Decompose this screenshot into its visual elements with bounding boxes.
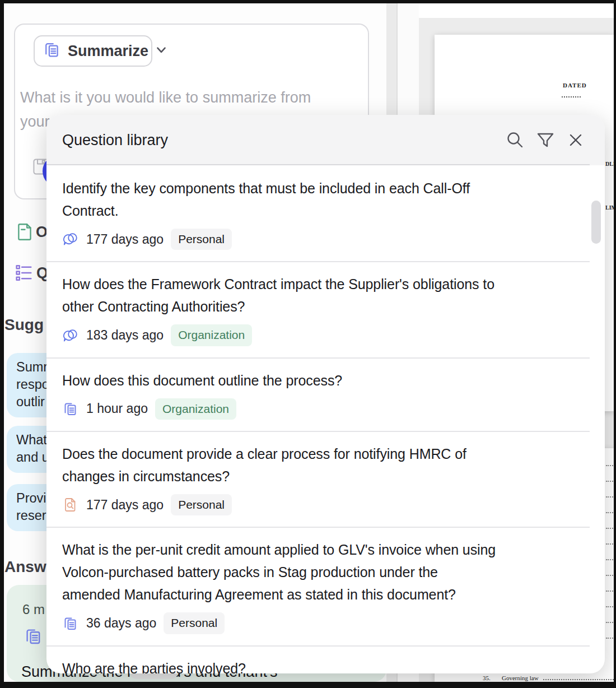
questions-list-icon [13,262,35,286]
question-meta: 177 days ago Personal [62,494,588,515]
screenshot-stage: Summarize What is it you would like to s… [0,0,616,688]
modal-title: Question library [62,132,497,149]
chat-bubbles-icon [62,327,79,344]
frame-border [0,0,616,3]
summarize-mode-dropdown[interactable]: Summarize [34,35,152,67]
question-meta: 177 days ago Personal [62,229,588,250]
frame-border [0,0,4,688]
chat-bubbles-icon [62,231,79,248]
question-row[interactable]: How does this document outline the proce… [46,357,605,431]
question-time: 183 days ago [86,328,164,343]
summarize-mode-label: Summarize [68,43,148,60]
question-library-modal: Question library Identify [46,115,605,673]
question-time: 177 days ago [86,498,164,513]
answers-heading: Answ [4,558,46,576]
question-scope-badge: Organization [171,324,252,346]
question-list: Identify the key components that must be… [46,165,605,673]
question-scope-badge: Personal [164,612,225,634]
document-review-icon [62,496,79,513]
question-time: 177 days ago [86,232,164,247]
composer-placeholder-line1: What is it you would like to summarize f… [20,86,311,110]
question-text: How does the Framework Contract impact t… [62,273,588,318]
question-time: 36 days ago [86,616,156,631]
modal-scrollbar-thumb[interactable] [591,201,601,244]
question-text: How does this document outline the proce… [62,369,588,392]
question-meta: 1 hour ago Organization [62,398,588,420]
search-button[interactable] [503,128,528,152]
question-scope-badge: Organization [155,398,236,420]
toc-item-number: 35. [483,675,502,681]
overview-document-icon [15,222,35,244]
document-dotted-line [562,96,581,97]
question-text: What is the per-unit credit amount appli… [62,538,588,606]
question-row[interactable]: What is the per-unit credit amount appli… [46,527,605,645]
question-row[interactable]: Identify the key components that must be… [46,165,605,261]
summarize-copy-icon [62,615,79,632]
suggested-heading: Sugg [4,316,44,334]
question-row[interactable]: Does the document provide a clear proces… [46,431,605,527]
summarize-copy-icon [24,626,44,649]
frame-border [614,0,616,688]
toc-item-label: Governing law [502,675,539,681]
summarize-copy-icon [62,401,79,417]
toc-dot-leader [543,679,614,680]
document-dated-label: DATED [563,82,587,89]
answer-timestamp: 6 m [22,602,45,617]
frame-border [0,682,616,688]
nav-item-overview-label[interactable]: O [36,224,48,241]
question-scope-badge: Personal [171,494,232,515]
close-button[interactable] [563,128,588,152]
question-text: Identify the key components that must be… [62,177,588,222]
summarize-copy-icon [43,40,62,62]
question-row[interactable]: How does the Framework Contract impact t… [46,261,605,357]
toc-governing-law-row: 35. Governing law [483,675,614,681]
question-text: Who are the parties involved? [62,657,588,673]
modal-header: Question library [46,115,605,165]
question-scope-badge: Personal [171,229,232,250]
viewer-toolbar [419,3,614,18]
question-meta: 183 days ago Organization [62,324,588,346]
chevron-down-icon [155,43,168,59]
question-meta: 36 days ago Personal [62,612,588,634]
question-time: 1 hour ago [86,401,148,416]
question-row[interactable]: Who are the parties involved? [46,645,605,673]
filter-button[interactable] [533,128,558,152]
question-text: Does the document provide a clear proces… [62,443,588,487]
